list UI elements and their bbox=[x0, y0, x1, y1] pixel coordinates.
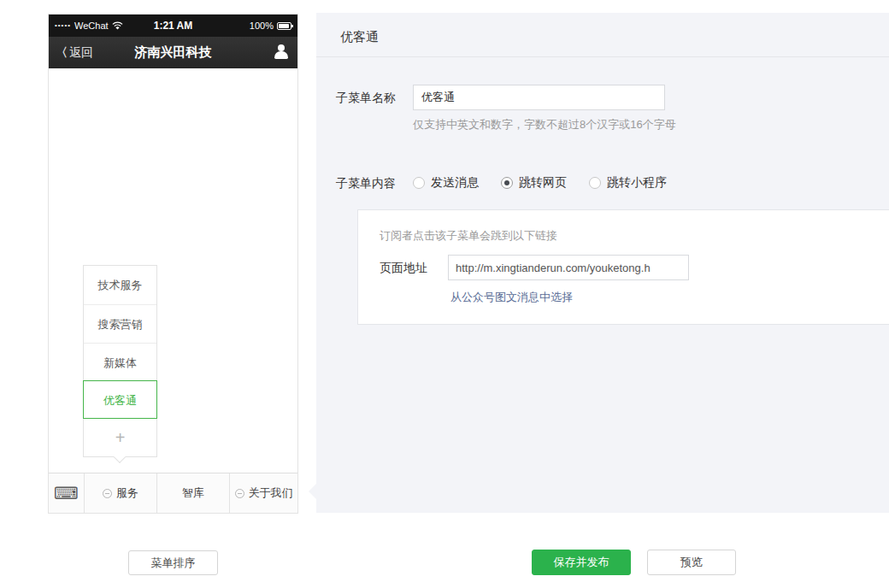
link-description: 订阅者点击该子菜单会跳到以下链接 bbox=[380, 228, 889, 244]
back-button: 〈 返回 bbox=[49, 45, 93, 61]
clock-label: 1:21 AM bbox=[154, 20, 193, 32]
radio-option-label: 发送消息 bbox=[431, 175, 479, 191]
status-left: ••••• WeChat bbox=[55, 21, 123, 31]
submenu-indicator-icon bbox=[103, 489, 112, 498]
add-submenu-button[interactable]: + bbox=[84, 418, 156, 456]
status-right: 100% bbox=[250, 21, 291, 31]
phone-body: 技术服务 搜索营销 新媒体 优客通 + bbox=[49, 68, 297, 473]
content-type-row: 子菜单内容 发送消息 跳转网页 跳转小程序 bbox=[336, 170, 889, 196]
page-url-input[interactable] bbox=[448, 255, 689, 280]
menu-sort-button[interactable]: 菜单排序 bbox=[128, 550, 218, 575]
carrier-label: WeChat bbox=[74, 21, 109, 31]
radio-unchecked-icon[interactable] bbox=[589, 177, 601, 189]
panel-title: 优客通 bbox=[316, 13, 889, 57]
submenu-item[interactable]: 技术服务 bbox=[84, 266, 156, 304]
select-from-articles-link[interactable]: 从公众号图文消息中选择 bbox=[450, 290, 573, 305]
signal-dots-icon: ••••• bbox=[55, 22, 71, 29]
menu-tab-service[interactable]: 服务 bbox=[84, 473, 156, 513]
url-field-row: 页面地址 bbox=[380, 255, 889, 280]
radio-option-jump-miniprogram[interactable]: 跳转小程序 bbox=[589, 175, 667, 191]
radio-option-label: 跳转小程序 bbox=[607, 175, 667, 191]
back-chevron-icon: 〈 bbox=[56, 45, 68, 61]
tab-label: 智库 bbox=[182, 485, 204, 501]
save-and-publish-button[interactable]: 保存并发布 bbox=[532, 550, 631, 575]
wifi-icon bbox=[112, 21, 123, 30]
tab-label: 关于我们 bbox=[249, 485, 293, 501]
radio-option-label: 跳转网页 bbox=[519, 175, 567, 191]
submenu-indicator-icon bbox=[235, 489, 244, 498]
submenu-form: 子菜单名称 仅支持中英文和数字，字数不超过8个汉字或16个字母 子菜单内容 发送… bbox=[316, 57, 889, 325]
account-title: 济南兴田科技 bbox=[135, 44, 212, 61]
phone-tab-bar: ⌨ 服务 智库 关于我们 bbox=[49, 473, 297, 513]
wechat-menu-editor-page: ••••• WeChat 1:21 AM 100% 〈 返回 济南兴田科技 bbox=[0, 0, 889, 588]
radio-unchecked-icon[interactable] bbox=[413, 177, 425, 189]
submenu-name-input[interactable] bbox=[413, 85, 665, 110]
submenu-item-selected[interactable]: 优客通 bbox=[83, 380, 157, 419]
menu-tab-thinktank[interactable]: 智库 bbox=[156, 473, 229, 513]
phone-status-bar: ••••• WeChat 1:21 AM 100% bbox=[49, 15, 297, 37]
panel-tail bbox=[309, 484, 316, 499]
menu-tab-about[interactable]: 关于我们 bbox=[229, 473, 297, 513]
back-label: 返回 bbox=[69, 45, 93, 61]
keyboard-icon: ⌨ bbox=[49, 473, 84, 513]
submenu-popup: 技术服务 搜索营销 新媒体 优客通 + bbox=[83, 265, 157, 457]
battery-icon bbox=[277, 22, 291, 30]
name-field-label: 子菜单名称 bbox=[336, 85, 413, 110]
link-settings-box: 订阅者点击该子菜单会跳到以下链接 页面地址 从公众号图文消息中选择 bbox=[357, 209, 889, 325]
radio-option-jump-webpage[interactable]: 跳转网页 bbox=[501, 175, 567, 191]
submenu-item[interactable]: 搜索营销 bbox=[84, 304, 156, 343]
battery-percent-label: 100% bbox=[250, 21, 274, 31]
content-field-label: 子菜单内容 bbox=[336, 170, 413, 196]
submenu-item[interactable]: 新媒体 bbox=[84, 343, 156, 381]
preview-button[interactable]: 预览 bbox=[647, 550, 736, 575]
tab-label: 服务 bbox=[116, 485, 138, 501]
menu-editor-panel: 优客通 子菜单名称 仅支持中英文和数字，字数不超过8个汉字或16个字母 子菜单内… bbox=[316, 13, 889, 513]
phone-nav-bar: 〈 返回 济南兴田科技 bbox=[49, 37, 297, 68]
radio-option-send-message[interactable]: 发送消息 bbox=[413, 175, 479, 191]
name-field-hint: 仅支持中英文和数字，字数不超过8个汉字或16个字母 bbox=[413, 117, 889, 132]
radio-checked-icon[interactable] bbox=[501, 177, 513, 189]
phone-preview: ••••• WeChat 1:21 AM 100% 〈 返回 济南兴田科技 bbox=[49, 15, 297, 513]
url-field-label: 页面地址 bbox=[380, 255, 448, 280]
name-field-row: 子菜单名称 bbox=[336, 85, 889, 110]
person-icon bbox=[274, 44, 289, 61]
